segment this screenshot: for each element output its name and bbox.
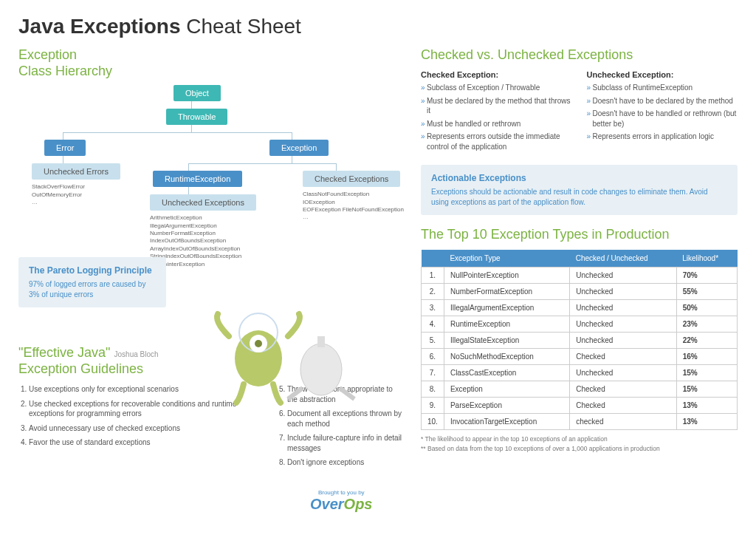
error-examples: StackOverFlowError OutOfMemoryError … [32, 183, 85, 206]
checked-subhead: Checked Exception: [421, 70, 572, 79]
svg-point-4 [300, 344, 342, 395]
hierarchy-heading: ExceptionClass Hierarchy [18, 47, 402, 79]
node-error: Error [44, 140, 86, 156]
page-title: Java Exceptions Cheat Sheet [18, 15, 738, 38]
unchecked-subhead: Unchecked Exception: [587, 70, 738, 79]
svg-rect-5 [317, 336, 325, 347]
cvu-heading: Checked vs. Unchecked Exceptions [421, 47, 738, 63]
node-object: Object [173, 85, 221, 101]
checked-examples: ClassNotFoundException IOException EOFEx… [303, 191, 404, 222]
node-exception: Exception [269, 140, 329, 156]
top10-table: Exception TypeChecked / UncheckedLikelih… [421, 250, 738, 430]
brand-logo: Brought to you by OverOps [310, 489, 373, 513]
svg-point-3 [255, 340, 262, 347]
node-throwable: Throwable [166, 109, 227, 125]
unchecked-points: Subclass of RuntimeExceptionDoesn't have… [587, 83, 738, 142]
pareto-callout: The Pareto Logging Principle 97% of logg… [18, 257, 166, 307]
node-unchecked-errors: Unchecked Errors [32, 163, 120, 180]
node-runtime-exception: RuntimeException [153, 171, 242, 187]
top10-heading: The Top 10 Exception Types in Production [421, 227, 738, 242]
node-unchecked-exceptions: Unchecked Exceptions [150, 194, 256, 211]
actionable-callout: Actionable Exceptions Exceptions should … [421, 165, 738, 215]
checked-points: Subclass of Exception / ThrowableMust be… [421, 83, 572, 151]
node-checked-exceptions: Checked Exceptions [303, 171, 400, 187]
table-footnotes: * The likelihood to appear in the top 10… [421, 435, 738, 454]
mascot-illustration [207, 292, 362, 410]
